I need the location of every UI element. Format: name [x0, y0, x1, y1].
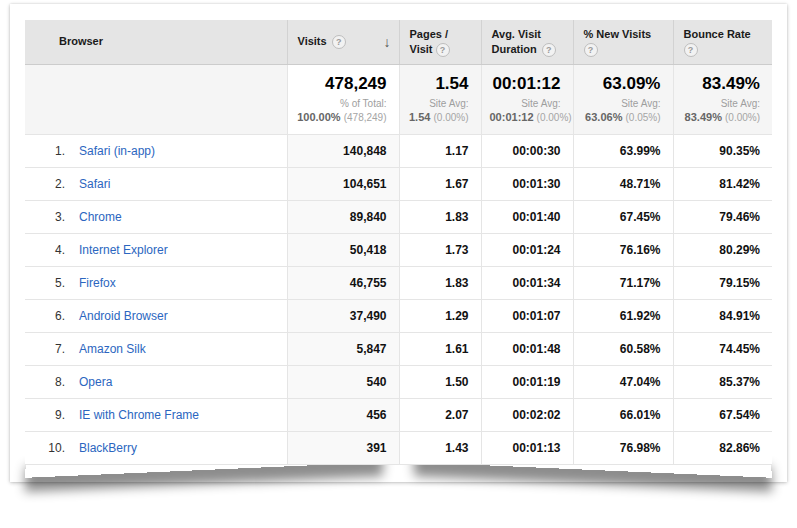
- bounce-rate-value: 79.15%: [673, 266, 772, 299]
- summary-sub-paren: (478,249): [344, 112, 387, 123]
- pages-per-visit-value: 1.83: [399, 200, 481, 233]
- browser-cell: 5.Firefox: [25, 266, 287, 299]
- visits-value: 46,755: [287, 266, 399, 299]
- pages-per-visit-value: 1.61: [399, 332, 481, 365]
- avg-visit-duration-value: 00:01:24: [481, 233, 573, 266]
- pct-new-visits-value: 66.01%: [573, 398, 673, 431]
- table-header: Browser Visits ? ↓ Pages / Visit ? Avg. …: [25, 20, 772, 64]
- browser-link[interactable]: Safari (in-app): [79, 144, 155, 158]
- summary-sub-value: 00:01:12: [490, 111, 534, 123]
- browser-cell: 3.Chrome: [25, 200, 287, 233]
- row-rank: 1.: [37, 144, 65, 158]
- browser-cell: 7.Amazon Silk: [25, 332, 287, 365]
- table-row: 10.BlackBerry 391 1.43 00:01:13 76.98% 8…: [25, 431, 772, 464]
- bounce-rate-value: 84.91%: [673, 299, 772, 332]
- visits-value: 140,848: [287, 134, 399, 167]
- pages-per-visit-value: 1.17: [399, 134, 481, 167]
- summary-sub-paren: (0.00%): [725, 112, 760, 123]
- browser-link[interactable]: BlackBerry: [79, 441, 137, 455]
- column-label: Browser: [59, 35, 103, 47]
- row-rank: 3.: [37, 210, 65, 224]
- column-header-avg-visit-duration[interactable]: Avg. Visit Duration ?: [481, 20, 573, 64]
- row-rank: 8.: [37, 375, 65, 389]
- browser-link[interactable]: Firefox: [79, 276, 116, 290]
- column-header-browser[interactable]: Browser: [25, 20, 287, 64]
- bounce-rate-value: 79.46%: [673, 200, 772, 233]
- pct-new-visits-value: 61.92%: [573, 299, 673, 332]
- summary-sub-paren: (0.00%): [537, 112, 572, 123]
- browser-link[interactable]: Android Browser: [79, 309, 168, 323]
- row-rank: 5.: [37, 276, 65, 290]
- browser-link[interactable]: IE with Chrome Frame: [79, 408, 199, 422]
- row-rank: 9.: [37, 408, 65, 422]
- column-header-bounce-rate[interactable]: Bounce Rate ?: [673, 20, 772, 64]
- help-icon[interactable]: ?: [684, 43, 698, 57]
- browser-link[interactable]: Opera: [79, 375, 112, 389]
- bounce-rate-value: 85.37%: [673, 365, 772, 398]
- browser-link[interactable]: Amazon Silk: [79, 342, 146, 356]
- visits-value: 50,418: [287, 233, 399, 266]
- visits-value: 391: [287, 431, 399, 464]
- column-label: Avg. Visit Duration: [492, 28, 542, 55]
- visits-value: 37,490: [287, 299, 399, 332]
- column-label: Bounce Rate: [684, 28, 751, 40]
- summary-label: Site Avg:: [582, 97, 661, 110]
- sort-descending-icon: ↓: [384, 35, 391, 49]
- pct-new-visits-value: 63.99%: [573, 134, 673, 167]
- avg-visit-duration-value: 00:02:02: [481, 398, 573, 431]
- visits-value: 89,840: [287, 200, 399, 233]
- row-rank: 2.: [37, 177, 65, 191]
- summary-duration-cell: 00:01:12 Site Avg: 00:01:12 (0.00%): [481, 64, 573, 134]
- summary-sub-value: 100.00%: [297, 111, 340, 123]
- summary-browser-cell: [25, 64, 287, 134]
- summary-sub-value: 63.06%: [585, 111, 622, 123]
- visits-value: 456: [287, 398, 399, 431]
- table-body: 1.Safari (in-app) 140,848 1.17 00:00:30 …: [25, 134, 772, 464]
- bounce-rate-value: 81.42%: [673, 167, 772, 200]
- avg-visit-duration-value: 00:00:30: [481, 134, 573, 167]
- table-row: 1.Safari (in-app) 140,848 1.17 00:00:30 …: [25, 134, 772, 167]
- pct-new-visits: 63.09%: [582, 74, 661, 94]
- pages-per-visit-value: 1.67: [399, 167, 481, 200]
- column-header-pct-new-visits[interactable]: % New Visits ?: [573, 20, 673, 64]
- browser-link[interactable]: Internet Explorer: [79, 243, 168, 257]
- avg-pages-per-visit: 1.54: [408, 74, 469, 94]
- column-header-visits[interactable]: Visits ? ↓: [287, 20, 399, 64]
- visits-value: 104,651: [287, 167, 399, 200]
- summary-sub-paren: (0.00%): [433, 112, 468, 123]
- bounce-rate-value: 82.86%: [673, 431, 772, 464]
- browser-link[interactable]: Chrome: [79, 210, 122, 224]
- bounce-rate: 83.49%: [682, 74, 761, 94]
- avg-visit-duration-value: 00:01:48: [481, 332, 573, 365]
- column-header-pages-per-visit[interactable]: Pages / Visit ?: [399, 20, 481, 64]
- help-icon[interactable]: ?: [332, 35, 346, 49]
- help-icon[interactable]: ?: [436, 43, 450, 57]
- summary-label: % of Total:: [296, 97, 387, 110]
- summary-label: Site Avg:: [490, 97, 561, 110]
- pages-per-visit-value: 1.83: [399, 266, 481, 299]
- summary-pages-cell: 1.54 Site Avg: 1.54 (0.00%): [399, 64, 481, 134]
- browser-cell: 4.Internet Explorer: [25, 233, 287, 266]
- help-icon[interactable]: ?: [542, 43, 556, 57]
- row-rank: 6.: [37, 309, 65, 323]
- pages-per-visit-value: 1.73: [399, 233, 481, 266]
- pages-per-visit-value: 1.29: [399, 299, 481, 332]
- pages-per-visit-value: 1.43: [399, 431, 481, 464]
- summary-new-visits-cell: 63.09% Site Avg: 63.06% (0.05%): [573, 64, 673, 134]
- summary-visits-cell: 478,249 % of Total: 100.00% (478,249): [287, 64, 399, 134]
- avg-visit-duration-value: 00:01:40: [481, 200, 573, 233]
- table-row: 8.Opera 540 1.50 00:01:19 47.04% 85.37%: [25, 365, 772, 398]
- row-rank: 10.: [37, 441, 65, 455]
- row-rank: 4.: [37, 243, 65, 257]
- summary-sub-value: 83.49%: [685, 111, 722, 123]
- pct-new-visits-value: 48.71%: [573, 167, 673, 200]
- avg-visit-duration-value: 00:01:30: [481, 167, 573, 200]
- summary-label: Site Avg:: [408, 97, 469, 110]
- row-rank: 7.: [37, 342, 65, 356]
- pct-new-visits-value: 60.58%: [573, 332, 673, 365]
- browser-link[interactable]: Safari: [79, 177, 110, 191]
- bounce-rate-value: 90.35%: [673, 134, 772, 167]
- help-icon[interactable]: ?: [584, 43, 598, 57]
- browser-cell: 6.Android Browser: [25, 299, 287, 332]
- browser-cell: 9.IE with Chrome Frame: [25, 398, 287, 431]
